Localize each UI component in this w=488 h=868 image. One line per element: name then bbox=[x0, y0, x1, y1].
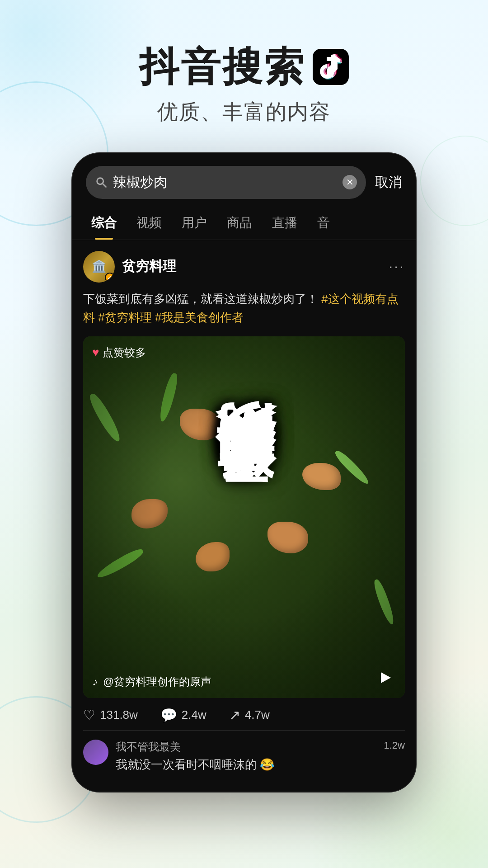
tab-综合[interactable]: 综合 bbox=[81, 206, 127, 240]
play-button[interactable] bbox=[373, 666, 396, 689]
tiktok-logo-icon bbox=[313, 49, 349, 85]
search-icon bbox=[95, 176, 108, 189]
comment-content: 我不管我最美 我就没一次看时不咽唾沫的 😂 bbox=[116, 740, 371, 774]
post-header: 🏛️ ✓ 贫穷料理 ··· bbox=[83, 251, 405, 283]
tab-bar: 综合 视频 用户 商品 直播 音 bbox=[72, 206, 416, 240]
comment-avatar bbox=[83, 740, 108, 765]
share-icon: ↗ bbox=[229, 707, 240, 723]
video-calligraphy: 勇猛的辣椒炒肉 bbox=[215, 505, 273, 530]
search-bar-row: 辣椒炒肉 ✕ 取消 bbox=[72, 153, 416, 206]
phone-wrapper: 辣椒炒肉 ✕ 取消 综合 视频 用户 商品 直播 音 bbox=[0, 153, 488, 792]
like-count: 131.8w bbox=[100, 708, 138, 722]
comment-avatar-image bbox=[83, 740, 108, 765]
cancel-button[interactable]: 取消 bbox=[375, 173, 402, 192]
post-description: 下饭菜到底有多凶猛，就看这道辣椒炒肉了！ #这个视频有点料 #贫穷料理 #我是美… bbox=[83, 290, 405, 327]
comment-text: 我就没一次看时不咽唾沫的 😂 bbox=[116, 756, 371, 774]
comment-likes: 1.2w bbox=[378, 740, 405, 751]
like-badge: ♥ 点赞较多 bbox=[92, 345, 146, 360]
heart-icon: ♡ bbox=[83, 707, 95, 723]
audio-logo-icon: ♪ bbox=[92, 675, 98, 688]
clear-icon[interactable]: ✕ bbox=[343, 175, 357, 189]
search-input-wrapper[interactable]: 辣椒炒肉 ✕ bbox=[86, 166, 366, 199]
comment-username[interactable]: 我不管我最美 bbox=[116, 740, 371, 754]
comment-item: 我不管我最美 我就没一次看时不咽唾沫的 😂 1.2w bbox=[83, 740, 405, 774]
engagement-row: ♡ 131.8w 💬 2.4w ↗ 4.7w bbox=[83, 698, 405, 731]
content-area: 🏛️ ✓ 贫穷料理 ··· 下饭菜到底有多凶猛，就看这道辣椒炒肉了！ #这个视频… bbox=[72, 240, 416, 792]
phone-inner: 辣椒炒肉 ✕ 取消 综合 视频 用户 商品 直播 音 bbox=[72, 153, 416, 792]
comments-section: 我不管我最美 我就没一次看时不咽唾沫的 😂 1.2w bbox=[83, 731, 405, 792]
tab-商品[interactable]: 商品 bbox=[217, 206, 262, 240]
comment-count: 2.4w bbox=[182, 708, 206, 722]
user-info: 🏛️ ✓ 贫穷料理 bbox=[83, 251, 176, 283]
tab-音[interactable]: 音 bbox=[307, 206, 340, 240]
post-text: 下饭菜到底有多凶猛，就看这道辣椒炒肉了！ bbox=[83, 292, 318, 306]
video-container[interactable]: 勇猛的辣椒炒肉 ♥ 点赞较多 ♪ @贫穷料理创作的原声 bbox=[83, 336, 405, 698]
audio-text: @贫穷料理创作的原声 bbox=[103, 675, 211, 689]
share-count-item[interactable]: ↗ 4.7w bbox=[229, 707, 270, 723]
tab-视频[interactable]: 视频 bbox=[127, 206, 172, 240]
svg-marker-2 bbox=[381, 672, 391, 683]
search-query: 辣椒炒肉 bbox=[113, 173, 337, 192]
tab-直播[interactable]: 直播 bbox=[262, 206, 307, 240]
avatar: 🏛️ ✓ bbox=[83, 251, 115, 283]
app-title-text: 抖音搜索 bbox=[139, 45, 305, 89]
subtitle: 优质、丰富的内容 bbox=[0, 98, 488, 126]
tab-用户[interactable]: 用户 bbox=[172, 206, 217, 240]
more-options-icon[interactable]: ··· bbox=[389, 258, 405, 275]
like-badge-heart-icon: ♥ bbox=[92, 345, 99, 359]
verified-badge: ✓ bbox=[105, 273, 115, 283]
svg-line-1 bbox=[103, 184, 106, 187]
like-badge-text: 点赞较多 bbox=[103, 345, 146, 360]
share-count: 4.7w bbox=[245, 708, 270, 722]
phone-frame: 辣椒炒肉 ✕ 取消 综合 视频 用户 商品 直播 音 bbox=[72, 153, 416, 792]
comment-icon: 💬 bbox=[160, 707, 177, 723]
like-count-item[interactable]: ♡ 131.8w bbox=[83, 707, 138, 723]
username[interactable]: 贫穷料理 bbox=[122, 257, 176, 276]
app-title: 抖音搜索 bbox=[0, 45, 488, 89]
audio-bar: ♪ @贫穷料理创作的原声 bbox=[92, 675, 378, 689]
comment-count-item[interactable]: 💬 2.4w bbox=[160, 707, 206, 723]
header-section: 抖音搜索 优质、丰富的内容 bbox=[0, 0, 488, 153]
video-text-overlay: 勇猛的辣椒炒肉 bbox=[83, 336, 405, 698]
